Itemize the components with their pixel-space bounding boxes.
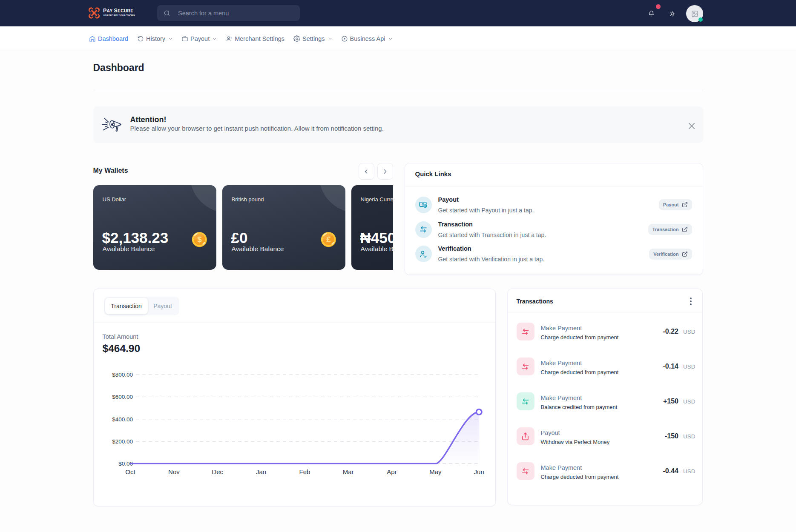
svg-text:£: £	[326, 235, 331, 244]
svg-text:Mar: Mar	[342, 468, 353, 475]
svg-text:Jan: Jan	[256, 468, 266, 475]
svg-text:$: $	[197, 235, 202, 244]
svg-text:$600.00: $600.00	[112, 394, 133, 400]
svg-text:Nov: Nov	[168, 468, 180, 475]
svg-text:$400.00: $400.00	[112, 416, 133, 423]
svg-text:May: May	[429, 468, 442, 475]
svg-text:$200.00: $200.00	[112, 438, 133, 445]
svg-text:Apr: Apr	[387, 468, 397, 475]
svg-text:Feb: Feb	[299, 468, 310, 475]
svg-text:Dec: Dec	[212, 468, 223, 475]
svg-text:Jun: Jun	[474, 468, 484, 475]
svg-text:$800.00: $800.00	[112, 372, 133, 378]
svg-text:Oct: Oct	[125, 468, 135, 475]
